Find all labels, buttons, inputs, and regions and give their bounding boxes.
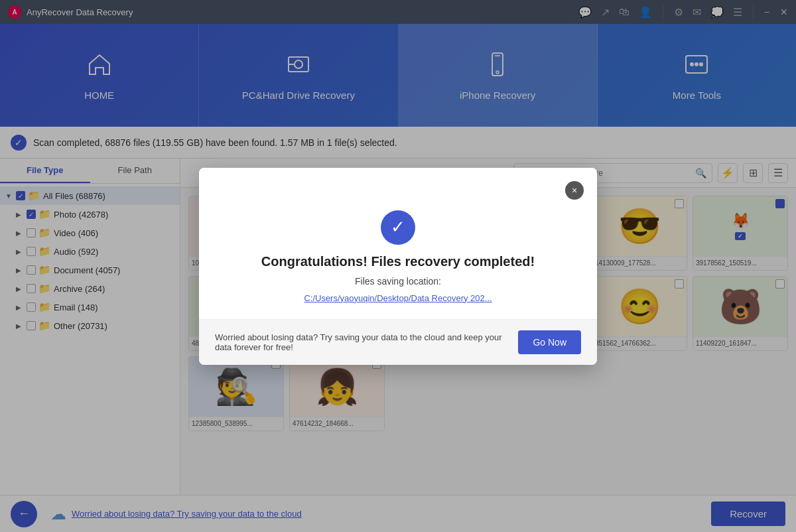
dialog-overlay: × ✓ Congratulations! Files recovery comp…: [0, 0, 796, 532]
dialog-path[interactable]: C:/Users/yaoyuqin/Desktop/Data Recovery …: [304, 293, 492, 303]
recovery-complete-dialog: × ✓ Congratulations! Files recovery comp…: [199, 168, 597, 365]
dialog-promo-section: Worried about losing data? Try saving yo…: [199, 319, 597, 365]
dialog-title: Congratulations! Files recovery complete…: [261, 254, 535, 269]
dialog-subtitle: Files saving location:: [355, 276, 441, 287]
dialog-header: ×: [199, 168, 597, 200]
dialog-promo-text: Worried about losing data? Try saving yo…: [215, 332, 507, 352]
dialog-body: ✓ Congratulations! Files recovery comple…: [199, 200, 597, 319]
dialog-close-button[interactable]: ×: [565, 181, 584, 200]
dialog-success-icon: ✓: [381, 210, 415, 245]
go-now-button[interactable]: Go Now: [518, 330, 581, 354]
